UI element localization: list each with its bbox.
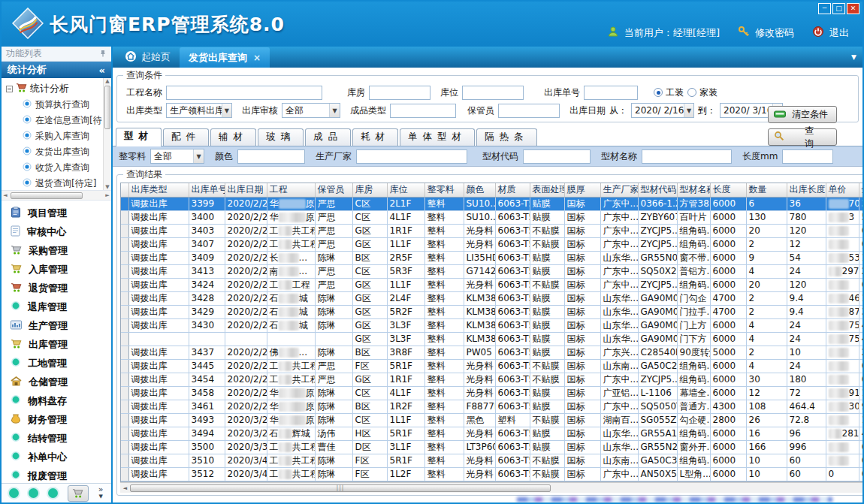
table-row[interactable]: 调拨出库34372020/2/27佛...陈琳B区3R8F整料PW056063-… — [121, 346, 862, 359]
table-row[interactable]: 调拨出库34452020/2/27工共工程严思F区5R1F整料光身料6063-T… — [121, 359, 862, 373]
module-dot-icon[interactable] — [48, 488, 58, 498]
change-password-link[interactable]: 修改密码 — [755, 26, 794, 40]
warehouse-input[interactable] — [369, 86, 430, 100]
table-horizontal-scrollbar[interactable]: ◄|||► — [120, 482, 862, 493]
table-row[interactable]: 调拨出库34582020/2/28华原..陈琳C区4L1F整料光身料6063-T… — [121, 386, 862, 400]
column-header-出库类型[interactable]: 出库类型 — [128, 183, 189, 197]
tree-item-发货出库查询[interactable]: 发货出库查询 — [6, 144, 111, 160]
table-row[interactable]: 调拨出库34292020/2/26石城陈琳G区5R2F整料KLM38176063… — [121, 305, 862, 318]
clear-conditions-button[interactable]: 清空条件 — [768, 106, 837, 123]
date-from-picker[interactable]: 2020/ 2/16▼ — [631, 103, 694, 118]
column-header-型材代码[interactable]: 型材代码 — [638, 183, 677, 197]
length-input[interactable] — [782, 149, 833, 164]
tree-item-预算执行查询[interactable]: 预算执行查询 — [6, 97, 111, 113]
column-header-库房[interactable]: 库房 — [352, 183, 387, 197]
table-row[interactable]: 调拨出库34132020/2/26南...严思C区5R3F整料G71422606… — [121, 264, 862, 278]
menu-item-采购管理[interactable]: 采购管理 — [2, 241, 111, 260]
tab-list-dropdown-icon[interactable]: ▼ — [851, 53, 856, 61]
column-header-出库单号[interactable]: 出库单号 — [189, 183, 225, 197]
audit-select[interactable]: 全部▼ — [282, 103, 340, 118]
material-tab-配件[interactable]: 配件 — [163, 128, 209, 146]
module-dot-icon[interactable] — [9, 488, 19, 498]
close-button[interactable]: ✕ — [847, 3, 859, 14]
radio-gongzhuang[interactable]: 工装 — [654, 86, 684, 99]
menu-item-出库管理[interactable]: 出库管理 — [2, 335, 111, 354]
column-header-型材名称[interactable]: 型材名称 — [677, 183, 710, 197]
table-row[interactable]: 调拨出库34092020/2/25长...陈琳B区2R5F整料LI35HD606… — [121, 251, 862, 264]
column-header-表面处理[interactable]: 表面处理 — [530, 183, 564, 197]
minimize-button[interactable]: ─ — [818, 3, 831, 14]
table-row[interactable]: 调拨出库34032020/2/25工共工程严思G区1R1F整料光身料6063-T… — [121, 224, 862, 237]
manufacturer-input[interactable] — [356, 149, 467, 164]
column-header-长度[interactable]: 长度 — [710, 183, 746, 197]
column-header-膜厚[interactable]: 膜厚 — [564, 183, 600, 197]
table-row[interactable]: 调拨出库34242020/2/26工工程严思G区1L1F整料光身料6063-T5… — [121, 278, 862, 291]
column-header-工程[interactable]: 工程 — [267, 183, 315, 197]
column-header-金额[interactable]: 金额 — [859, 183, 862, 197]
profile-code-input[interactable] — [523, 149, 591, 164]
column-header-整零料[interactable]: 整零料 — [424, 183, 464, 197]
table-row[interactable]: 调拨出库35122020/3/4工共工程陈琳F区1L2F整料光身料6063-T5… — [121, 467, 862, 481]
table-row[interactable]: 调拨出库33992020/2/25华原..严思C区2L1F整料SU10...60… — [121, 197, 862, 210]
collapse-icon[interactable]: « — [99, 65, 105, 76]
menu-item-审核中心[interactable]: 审核中心 — [2, 222, 111, 241]
menu-item-结转管理[interactable]: 结转管理 — [2, 429, 111, 448]
material-tab-型材[interactable]: 型材 — [116, 128, 162, 146]
table-row[interactable]: 调拨出库34942020/3/2石辉城汤伟H区5R1F整料光身料6063-T5贴… — [121, 427, 862, 440]
profile-name-input[interactable] — [642, 149, 732, 164]
table-row[interactable]: 调拨出库35102020/3/4工共工程陈琳F区5R1F整料光身料6063-T5… — [121, 454, 862, 467]
material-tab-成品[interactable]: 成品 — [305, 128, 351, 146]
table-row[interactable]: 调拨出库35002020/3/3工共工程曹佳D区3L1F整料LT3P606063… — [121, 440, 862, 454]
column-header-数量[interactable]: 数量 — [746, 183, 787, 197]
table-row[interactable]: 调拨出库34612020/2/28华原..陈琳B区1R2F整料F8877FT60… — [121, 400, 862, 413]
material-tab-单体型材[interactable]: 单体型材 — [400, 128, 475, 146]
menu-item-仓储管理[interactable]: 仓储管理 — [2, 373, 111, 391]
menu-item-入库管理[interactable]: 入库管理 — [2, 260, 111, 279]
tree-horizontal-scrollbar[interactable]: ◄► — [2, 191, 111, 201]
column-header-材质[interactable]: 材质 — [495, 183, 530, 197]
tree-item-收货入库查询[interactable]: 收货入库查询 — [6, 160, 111, 176]
color-input[interactable] — [237, 149, 305, 164]
menu-item-生产管理[interactable]: 生产管理 — [2, 316, 111, 335]
more-modules-chevron[interactable]: »▼ — [98, 487, 104, 499]
column-header-保管员[interactable]: 保管员 — [315, 183, 352, 197]
column-header-颜色[interactable]: 颜色 — [464, 183, 495, 197]
menu-item-补单中心[interactable]: 补单中心 — [2, 448, 111, 466]
table-row[interactable]: 调拨出库34932020/3/2华原..陈琳C区1L1F整料黑色塑料不贴膜国标湖… — [121, 413, 862, 427]
tree-item-退货查询[待定][interactable]: 退货查询[待定] — [6, 176, 111, 191]
radio-jiazhuang[interactable]: 家装 — [687, 86, 717, 99]
search-button[interactable]: 查 询 — [768, 128, 837, 146]
material-tab-玻璃[interactable]: 玻璃 — [258, 128, 304, 146]
menu-item-项目管理[interactable]: 项目管理 — [2, 204, 111, 222]
menu-item-物料盘存[interactable]: 物料盘存 — [2, 391, 111, 410]
table-row[interactable]: 调拨出库34282020/2/26石城陈琳G区2L4F整料KLM38176063… — [121, 291, 862, 305]
table-row[interactable]: 调拨出库34542020/2/28工共工程严思G区1R1F整料光身料6063-T… — [121, 373, 862, 386]
column-header-出库日期[interactable]: 出库日期 — [225, 183, 267, 197]
statistics-section-header[interactable]: 统计分析 « — [2, 62, 111, 78]
tree-item-采购入库查询[interactable]: 采购入库查询 — [6, 128, 111, 144]
material-tab-隔热条[interactable]: 隔热条 — [476, 128, 537, 146]
outbound-type-select[interactable]: 生产领料出库▼ — [166, 103, 232, 118]
whole-part-select[interactable]: 全部▼ — [150, 149, 204, 164]
menu-item-报废管理[interactable]: 报废管理 — [2, 466, 111, 483]
tree-item-在途信息查询[待[interactable]: 在途信息查询[待 — [6, 113, 111, 128]
tab-start-page[interactable]: 起始页 — [116, 47, 180, 68]
location-input[interactable] — [462, 86, 524, 100]
table-row[interactable]: 调拨出库34302020/2/26石城陈琳G区3L3F整料KLM38176063… — [121, 318, 862, 332]
menu-item-工地管理[interactable]: 工地管理 — [2, 354, 111, 373]
order-no-input[interactable] — [584, 86, 638, 100]
tree-vertical-scrollbar[interactable]: ▲▼ — [103, 78, 111, 190]
table-row[interactable]: 调拨出库34072020/2/25工共工程严思G区1L1F整料光身料6063-T… — [121, 237, 862, 251]
material-tab-耗材[interactable]: 耗材 — [352, 128, 398, 146]
column-header-单价[interactable]: 单价 — [826, 183, 859, 197]
pin-icon[interactable] — [99, 49, 107, 59]
table-row[interactable]: G区3L3F整料KLM38176063-T5贴膜国标山东华...GA90M09.… — [121, 332, 862, 346]
keeper-input[interactable] — [498, 104, 560, 118]
logout-link[interactable]: 退出 — [829, 26, 849, 40]
menu-item-退货管理[interactable]: 退货管理 — [2, 279, 111, 297]
tab-shipping-outbound-query[interactable]: 发货出库查询 × — [180, 47, 270, 68]
menu-item-财务管理[interactable]: 财务管理 — [2, 410, 111, 429]
module-dot-icon[interactable] — [29, 488, 38, 498]
project-name-input[interactable] — [166, 86, 322, 100]
menu-item-退库管理[interactable]: 退库管理 — [2, 297, 111, 316]
